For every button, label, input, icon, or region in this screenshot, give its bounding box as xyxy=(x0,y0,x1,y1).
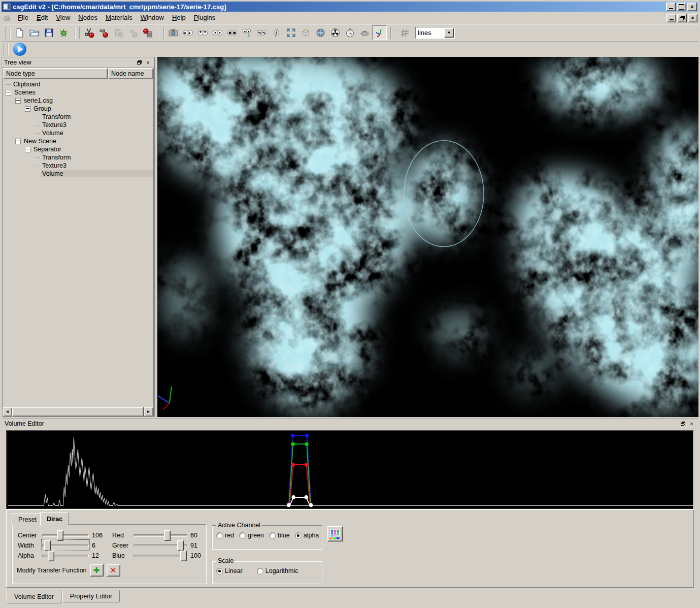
tree-horizontal-scrollbar[interactable]: ◄ ► xyxy=(3,407,153,416)
render-settings-icon[interactable] xyxy=(56,25,71,40)
paste-icon[interactable] xyxy=(111,25,126,40)
histogram-button[interactable] xyxy=(327,526,343,541)
paste-into-icon[interactable]: In xyxy=(126,25,141,40)
toolbar-handle[interactable] xyxy=(75,27,80,39)
eyes-multi-icon[interactable] xyxy=(254,25,269,40)
transfer-base-handle[interactable] xyxy=(287,503,290,507)
menu-window[interactable]: Window xyxy=(137,12,168,23)
tree-float-button[interactable] xyxy=(136,59,143,66)
transfer-green-handle[interactable] xyxy=(305,442,309,446)
toolbar-handle[interactable] xyxy=(3,43,9,55)
volume-editor-close-button[interactable]: × xyxy=(688,420,695,427)
slider-thumb[interactable] xyxy=(164,530,171,541)
slider-blue[interactable] xyxy=(134,551,187,560)
transfer-red-handle[interactable] xyxy=(305,463,308,467)
radio-red[interactable]: red xyxy=(216,532,234,539)
dock-tab-volume-editor[interactable]: Volume Editor xyxy=(7,590,61,603)
radio-green[interactable]: green xyxy=(239,532,264,539)
minimize-button[interactable] xyxy=(666,3,676,11)
slider-thumb[interactable] xyxy=(57,530,63,541)
histogram-panel[interactable] xyxy=(6,430,694,509)
transfer-blue-handle[interactable] xyxy=(305,434,309,438)
toolbar-handle[interactable] xyxy=(390,27,396,39)
tree-item-transform[interactable]: Transform xyxy=(3,153,153,162)
tree-item-volume[interactable]: Volume xyxy=(3,129,153,137)
volume-editor-float-button[interactable] xyxy=(679,420,687,427)
column-node-type[interactable]: Node type xyxy=(3,68,108,79)
save-icon[interactable] xyxy=(42,25,56,40)
render-mode-combobox[interactable]: lines ▼ xyxy=(415,27,455,39)
delete-transfer-button[interactable]: ✕ xyxy=(107,564,120,577)
scroll-right-icon[interactable]: ► xyxy=(144,407,153,417)
snapshot-camera-icon[interactable] xyxy=(166,25,181,40)
combobox-dropdown-icon[interactable]: ▼ xyxy=(444,28,454,38)
render-viewport[interactable] xyxy=(157,57,698,417)
radiation-icon[interactable] xyxy=(328,25,343,40)
slider-width[interactable] xyxy=(42,540,89,550)
stopwatch-icon[interactable] xyxy=(343,25,357,40)
eyes-wide-icon[interactable] xyxy=(225,25,240,40)
cut-icon[interactable] xyxy=(82,25,96,40)
tree-close-button[interactable]: × xyxy=(144,59,152,66)
menu-edit[interactable]: Edit xyxy=(32,12,52,23)
scrollbar-thumb[interactable] xyxy=(12,407,144,417)
transfer-base-handle[interactable] xyxy=(309,503,313,507)
menu-materials[interactable]: Materials xyxy=(102,12,137,23)
tree-item-serie1-csg[interactable]: serie1.csg xyxy=(3,97,153,105)
slider-thumb[interactable] xyxy=(48,551,54,561)
eye-normal-icon[interactable] xyxy=(269,25,284,40)
slider-thumb[interactable] xyxy=(180,551,187,561)
add-transfer-button[interactable]: ✚ xyxy=(90,564,104,577)
delete-icon[interactable] xyxy=(141,25,155,40)
gridded-sphere-icon[interactable] xyxy=(313,25,328,40)
slider-greer[interactable] xyxy=(134,540,187,550)
collapse-icon[interactable] xyxy=(25,147,30,152)
tree-item-new-scene[interactable]: New Scene xyxy=(3,137,153,145)
scroll-left-icon[interactable]: ◄ xyxy=(3,407,12,417)
mdi-minimize-button[interactable] xyxy=(666,14,676,22)
menu-plugins[interactable]: Plugins xyxy=(190,12,220,23)
eyes-left-icon[interactable] xyxy=(181,25,195,40)
transfer-function-editor[interactable] xyxy=(8,432,693,508)
fit-view-icon[interactable] xyxy=(284,25,298,40)
mdi-restore-button[interactable] xyxy=(677,14,687,22)
menu-nodes[interactable]: Nodes xyxy=(74,12,102,23)
menu-view[interactable]: View xyxy=(52,12,74,23)
menu-file[interactable]: File xyxy=(14,12,32,23)
eyes-front-icon[interactable] xyxy=(210,25,225,40)
mdi-close-button[interactable]: × xyxy=(688,14,697,22)
axes-icon[interactable] xyxy=(372,25,387,40)
collapse-icon[interactable] xyxy=(15,139,21,144)
slider-center[interactable] xyxy=(42,530,89,540)
radio-blue[interactable]: blue xyxy=(269,532,290,539)
tab-preset[interactable]: Preset xyxy=(12,514,43,526)
collapse-icon[interactable] xyxy=(6,90,11,95)
radio-logarithmic[interactable]: Logarithmic xyxy=(257,567,298,574)
transfer-alpha-handle[interactable] xyxy=(292,495,295,499)
maximize-button[interactable] xyxy=(677,3,686,11)
new-file-icon[interactable] xyxy=(12,25,27,40)
play-button[interactable] xyxy=(13,43,26,56)
column-node-name[interactable]: Node name xyxy=(108,68,153,79)
tree-item-scenes[interactable]: Scenes xyxy=(3,88,153,97)
collapse-icon[interactable] xyxy=(15,98,21,104)
close-button[interactable]: × xyxy=(687,3,697,11)
eyes-up-icon[interactable] xyxy=(195,25,210,40)
tree-item-transform[interactable]: Transform xyxy=(3,113,153,121)
grid-icon[interactable] xyxy=(397,25,412,40)
copy-icon[interactable]: cp xyxy=(96,25,111,40)
radio-alpha[interactable]: alpha xyxy=(295,532,319,539)
eyes-paint-icon[interactable] xyxy=(240,25,254,40)
tree-item-clipboard[interactable]: Clipboard xyxy=(3,80,153,88)
teapot-icon[interactable] xyxy=(357,25,372,40)
tree-item-texture3[interactable]: Texture3 xyxy=(3,121,153,129)
transfer-alpha-handle[interactable] xyxy=(305,495,308,499)
slider-thumb[interactable] xyxy=(44,540,51,551)
tree-item-texture3[interactable]: Texture3 xyxy=(3,162,153,170)
slider-red[interactable] xyxy=(134,530,187,540)
collapse-icon[interactable] xyxy=(25,106,30,112)
toolbar-handle[interactable] xyxy=(159,27,164,39)
transfer-green-handle[interactable] xyxy=(291,442,295,446)
slider-alpha[interactable] xyxy=(42,551,89,560)
slider-thumb[interactable] xyxy=(177,540,184,551)
